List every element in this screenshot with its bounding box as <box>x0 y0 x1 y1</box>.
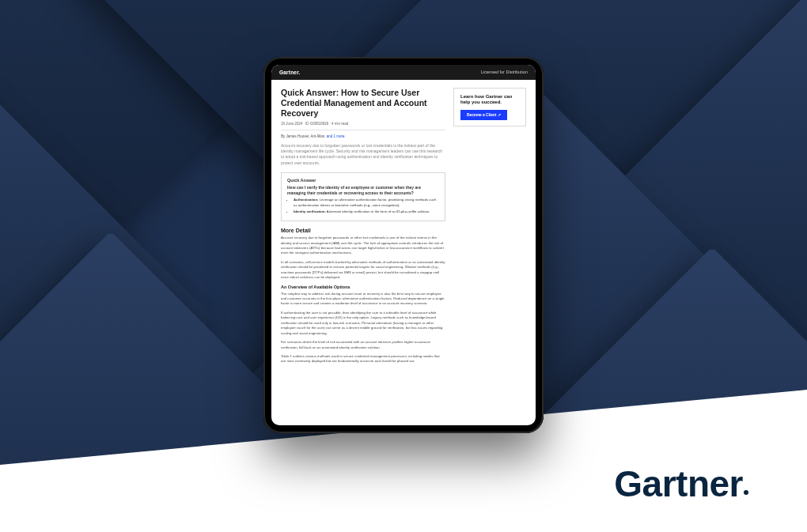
doc-byline: By James Hoover, Ant Allan, and 1 more <box>281 134 445 138</box>
doc-brand: Gartner. <box>279 70 301 75</box>
quick-answer-box: Quick Answer How can I verify the identi… <box>281 172 445 221</box>
paragraph: For scenarios where the level of risk as… <box>281 340 445 350</box>
section-heading-more-detail: More Detail <box>281 228 445 233</box>
logo-dot-icon <box>744 490 748 495</box>
doc-body: Quick Answer: How to Secure User Credent… <box>271 80 536 425</box>
logo-text: Gartner <box>614 463 743 504</box>
cta-heading: Learn how Gartner can help you succeed. <box>460 94 519 107</box>
doc-intro: Account recovery due to forgotten passwo… <box>281 143 445 166</box>
cta-box: Learn how Gartner can help you succeed. … <box>453 88 526 127</box>
qa-heading: Quick Answer <box>287 178 439 183</box>
qa-bullet: Authentication: Leverage an alternative … <box>294 198 439 207</box>
doc-header: Gartner. Licensed for Distribution <box>271 65 536 80</box>
byline-more-link[interactable]: and 1 more <box>327 134 345 138</box>
qa-question: How can I verify the identity of an empl… <box>287 185 439 196</box>
paragraph: If authenticating the user is not possib… <box>281 311 445 336</box>
paragraph: Account recovery due to forgotten passwo… <box>281 236 445 256</box>
external-link-icon: ↗ <box>498 113 501 117</box>
gartner-logo: Gartner <box>614 462 748 505</box>
tablet-screen: Gartner. Licensed for Distribution Quick… <box>271 65 536 425</box>
divider <box>281 130 445 130</box>
qa-bullets: Authentication: Leverage an alternative … <box>287 198 439 214</box>
tablet-frame: Gartner. Licensed for Distribution Quick… <box>263 57 544 433</box>
doc-side-column: Learn how Gartner can help you succeed. … <box>453 88 526 416</box>
byline-authors: By James Hoover, Ant Allan, <box>281 134 327 138</box>
qa-bullet: Identity verification: Automate identity… <box>294 209 439 214</box>
paragraph: Table 1 outlines various methods used to… <box>281 354 445 364</box>
doc-main-column: Quick Answer: How to Secure User Credent… <box>281 88 445 416</box>
paragraph: The simplest way to address risk during … <box>281 292 445 307</box>
cta-button-label: Become a Client <box>467 113 496 117</box>
doc-meta: 19 June 2024 · ID G00810926 · 4 min read <box>281 122 445 126</box>
become-client-button[interactable]: Become a Client↗ <box>460 110 507 120</box>
paragraph: In all scenarios, self-service models ba… <box>281 260 445 281</box>
section-heading-overview: An Overview of Available Options <box>281 285 445 289</box>
doc-license-label: Licensed for Distribution <box>481 70 528 74</box>
doc-title: Quick Answer: How to Secure User Credent… <box>281 88 445 119</box>
